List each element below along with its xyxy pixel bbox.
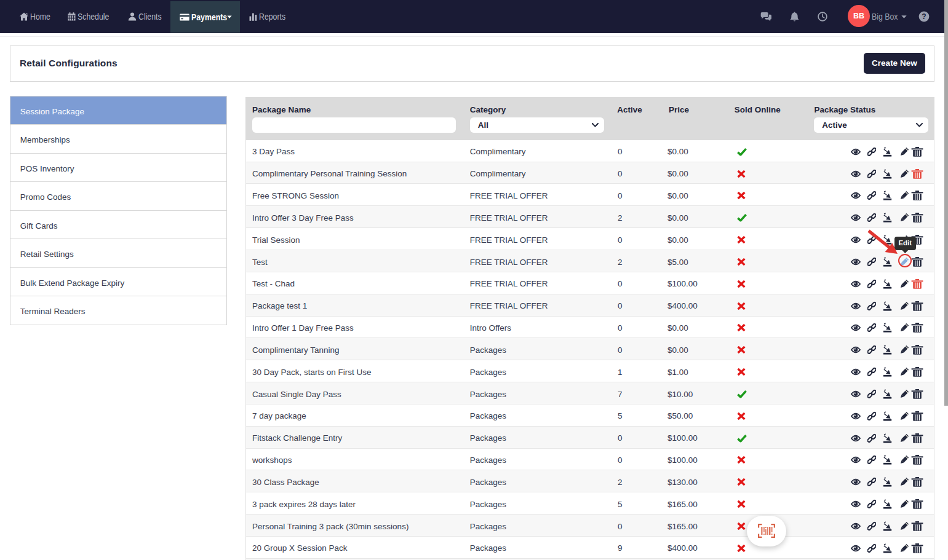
svg-text:?: ? — [922, 12, 926, 21]
